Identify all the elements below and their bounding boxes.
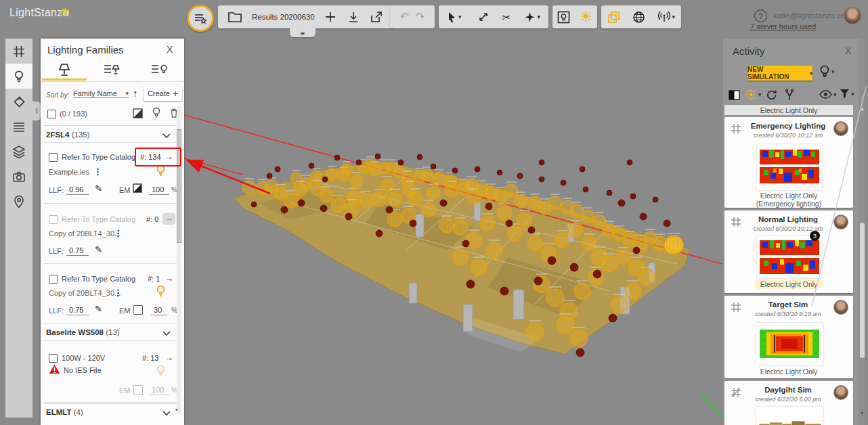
simulation-thumbnail[interactable]	[757, 144, 822, 190]
emergency-point[interactable]	[517, 173, 523, 179]
volume-mode-button[interactable]	[606, 5, 622, 28]
edit-llf-icon[interactable]: ✎	[95, 244, 102, 254]
emergency-point[interactable]	[570, 263, 578, 271]
em-percent-value[interactable]: 100	[149, 386, 169, 395]
family-group-header[interactable]: Baselite WS508 (13)	[46, 328, 120, 336]
render-light-button[interactable]	[578, 5, 594, 28]
fixture-count-link[interactable]: #: 13	[142, 354, 158, 362]
goto-fixtures-arrow[interactable]: →	[165, 152, 173, 162]
emergency-point[interactable]	[548, 256, 556, 265]
simulation-thumbnail[interactable]	[757, 236, 822, 278]
refresh-icon[interactable]	[766, 89, 777, 101]
sidebar-item-blinds[interactable]	[5, 114, 32, 139]
emergency-point[interactable]	[410, 220, 416, 227]
bulb-toggle-icon[interactable]	[152, 107, 161, 119]
em-percent-value[interactable]: 100	[149, 185, 169, 195]
contrast-toggle-icon[interactable]	[133, 108, 143, 118]
emergency-point[interactable]	[386, 206, 393, 213]
grid-icon[interactable]	[730, 216, 742, 228]
entry-menu-kebab[interactable]: ⋮	[114, 228, 123, 238]
emergency-point[interactable]	[462, 240, 469, 247]
em-checkbox[interactable]	[133, 385, 143, 395]
emergency-point[interactable]	[607, 190, 612, 196]
toolbar-collapse-handle[interactable]: ≡	[290, 28, 316, 37]
emergency-point[interactable]	[375, 154, 381, 159]
grid-icon[interactable]	[730, 122, 742, 135]
emergency-point[interactable]	[320, 205, 327, 212]
emergency-point[interactable]	[417, 154, 422, 160]
entry-checkbox[interactable]	[49, 354, 58, 363]
sort-dropdown[interactable]: Family Name ▾	[73, 89, 129, 98]
emergency-point[interactable]	[627, 160, 632, 165]
emergency-point[interactable]	[618, 200, 625, 206]
emergency-point[interactable]	[580, 166, 585, 172]
close-panel-button[interactable]: X	[845, 45, 851, 56]
em-checkbox[interactable]	[133, 305, 143, 315]
goto-fixtures-arrow[interactable]: →	[165, 353, 173, 363]
em-percent-value[interactable]: 30	[151, 306, 167, 315]
emergency-point[interactable]	[431, 164, 436, 169]
emergency-point[interactable]	[466, 280, 475, 288]
scroll-down-arrow-icon[interactable]: ▾	[175, 407, 178, 413]
simulation-type-button[interactable]: ▾	[819, 64, 835, 79]
simulation-thumbnail[interactable]	[756, 323, 823, 365]
emergency-point[interactable]	[298, 200, 305, 206]
families-scrollbar-thumb[interactable]	[177, 129, 181, 243]
simulation-thumbnail[interactable]	[756, 407, 823, 425]
emergency-point[interactable]	[398, 160, 404, 165]
emergency-point[interactable]	[528, 227, 535, 233]
simulation-card[interactable]: Normal Lighting created 6/30/20 10:12 am	[724, 210, 853, 293]
sun-settings-button[interactable]: ▾	[745, 89, 762, 101]
emergency-point[interactable]	[593, 270, 601, 278]
emergency-point[interactable]	[356, 160, 362, 165]
llf-value[interactable]: 0.75	[66, 306, 89, 315]
activity-scrollbar-track[interactable]: ▲ ▼	[859, 39, 865, 425]
fixture-on-bulb-icon[interactable]	[156, 164, 166, 178]
sidebar-item-materials[interactable]	[5, 89, 32, 114]
simulation-card[interactable]: Daylgiht Sim created 6/22/20 5:00 pm	[724, 381, 853, 425]
goto-fixtures-arrow[interactable]: →	[162, 213, 175, 225]
emergency-point[interactable]	[440, 200, 447, 206]
tab-bulb-list[interactable]	[135, 60, 183, 79]
simulation-card[interactable]: Target Sim created 6/30/20 9:19 am	[724, 296, 853, 378]
close-panel-button[interactable]: X	[167, 44, 173, 55]
fixture-off-bulb-icon[interactable]	[156, 365, 166, 378]
open-project-button[interactable]	[222, 5, 248, 28]
emergency-point[interactable]	[309, 163, 314, 169]
server-hours-link[interactable]: 7 server hours used	[750, 22, 816, 30]
account-avatar[interactable]	[844, 7, 861, 24]
emergency-point[interactable]	[640, 213, 647, 220]
emergency-point[interactable]	[281, 206, 288, 213]
emergency-point[interactable]	[345, 213, 352, 220]
move-scale-button[interactable]	[475, 5, 492, 28]
emergency-point[interactable]	[485, 203, 492, 210]
emergency-point[interactable]	[475, 166, 480, 172]
scroll-down-arrow-icon[interactable]: ▼	[860, 411, 865, 416]
split-view-icon[interactable]	[729, 90, 740, 100]
emergency-point[interactable]	[561, 180, 566, 185]
collapse-chevron-icon[interactable]	[162, 331, 171, 336]
emergency-point[interactable]	[251, 202, 257, 207]
entry-checkbox[interactable]	[49, 275, 58, 284]
new-simulation-button[interactable]: NEW SIMULATION ▾	[747, 66, 812, 81]
emergency-point[interactable]	[633, 247, 640, 254]
emergency-point[interactable]	[576, 349, 584, 357]
em-half-checkbox[interactable]	[133, 183, 142, 193]
branch-icon[interactable]	[784, 89, 795, 101]
filter-button[interactable]: ▾	[840, 89, 854, 99]
visibility-button[interactable]: ▾	[819, 90, 837, 99]
entry-checkbox[interactable]	[49, 215, 58, 224]
emergency-point[interactable]	[653, 197, 658, 202]
emergency-point[interactable]	[534, 277, 542, 285]
entry-menu-kebab[interactable]: ⋮	[93, 166, 102, 177]
fixture-count-link[interactable]: #: 1	[148, 275, 160, 283]
scroll-up-arrow-icon[interactable]: ▲	[860, 106, 865, 111]
llf-value[interactable]: 0.75	[66, 246, 89, 256]
fixture-symbol-button[interactable]	[556, 5, 571, 28]
edit-llf-icon[interactable]: ✎	[95, 183, 102, 194]
emergency-point[interactable]	[267, 173, 272, 179]
sidebar-item-views[interactable]	[5, 164, 32, 189]
fixture-count-link[interactable]: #: 0	[146, 215, 158, 223]
sidebar-item-location[interactable]	[5, 189, 32, 214]
emergency-point[interactable]	[630, 194, 636, 199]
